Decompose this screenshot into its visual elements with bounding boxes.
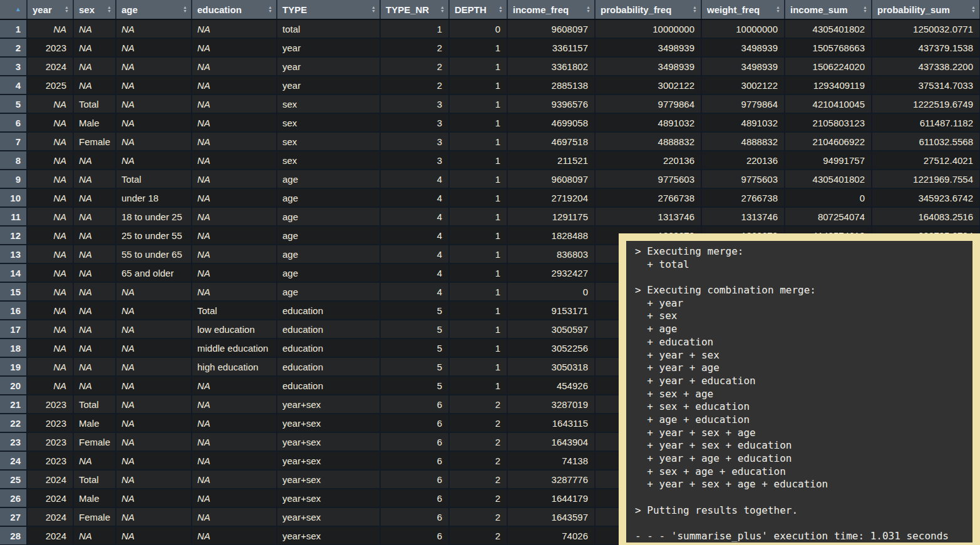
cell-age: NA xyxy=(116,414,192,432)
cell-year: NA xyxy=(27,245,73,263)
cell-sex: Male xyxy=(73,489,116,507)
cell-age: Total xyxy=(116,170,192,188)
column-header-DEPTH[interactable]: DEPTH▲▼ xyxy=(449,0,507,19)
cell-income_freq: 9608097 xyxy=(507,19,595,38)
cell-TYPE: year xyxy=(277,38,380,57)
cell-education: NA xyxy=(192,57,277,76)
cell-TYPE: year+sex xyxy=(277,526,380,545)
cell-sex: NA xyxy=(73,451,116,470)
cell-TYPE_NR: 5 xyxy=(380,339,449,357)
column-header-income_sum[interactable]: income_sum▲▼ xyxy=(785,0,872,19)
cell-TYPE: year xyxy=(277,76,380,94)
cell-TYPE: education xyxy=(277,339,380,357)
cell-probability_freq: 2766738 xyxy=(595,188,701,207)
cell-sex: NA xyxy=(73,320,116,339)
cell-TYPE_NR: 2 xyxy=(380,57,449,76)
cell-year: NA xyxy=(27,226,73,245)
cell-age: NA xyxy=(116,395,192,414)
column-header-income_freq[interactable]: income_freq▲▼ xyxy=(507,0,595,19)
console-line xyxy=(635,517,972,530)
cell-year: 2024 xyxy=(27,57,73,76)
cell-TYPE_NR: 2 xyxy=(380,76,449,94)
cell-year: NA xyxy=(27,94,73,113)
cell-year: NA xyxy=(27,188,73,207)
sort-down-arrow: ▼ xyxy=(107,9,111,13)
cell-TYPE: age xyxy=(277,188,380,207)
cell-age: NA xyxy=(116,94,192,113)
cell-income_freq: 211521 xyxy=(507,151,595,170)
cell-probability_sum: 164083.2516 xyxy=(872,207,980,226)
cell-sex: NA xyxy=(73,301,116,320)
cell-income_freq: 3361157 xyxy=(507,38,595,57)
row-number: 6 xyxy=(0,113,27,132)
cell-probability_sum: 611487.1182 xyxy=(872,113,980,132)
cell-age: NA xyxy=(116,470,192,489)
column-header-sex[interactable]: sex▲▼ xyxy=(73,0,116,19)
cell-probability_freq: 4888832 xyxy=(595,132,701,151)
console-line: + year xyxy=(635,297,972,310)
cell-TYPE_NR: 4 xyxy=(380,263,449,282)
row-number: 23 xyxy=(0,432,27,451)
cell-year: 2024 xyxy=(27,507,73,526)
column-header-education[interactable]: education▲▼ xyxy=(192,0,277,19)
console-line: + year + education xyxy=(635,375,972,388)
cell-DEPTH: 1 xyxy=(449,320,507,339)
cell-DEPTH: 1 xyxy=(449,76,507,94)
column-header-weight_freq[interactable]: weight_freq▲▼ xyxy=(701,0,785,19)
cell-year: 2023 xyxy=(27,395,73,414)
column-header-age[interactable]: age▲▼ xyxy=(116,0,192,19)
cell-income_freq: 1828488 xyxy=(507,226,595,245)
sort-down-arrow: ▼ xyxy=(776,9,780,13)
cell-income_sum: 4210410045 xyxy=(785,94,872,113)
cell-TYPE_NR: 5 xyxy=(380,320,449,339)
column-header-year[interactable]: year▲▼ xyxy=(27,0,73,19)
cell-TYPE_NR: 4 xyxy=(380,207,449,226)
cell-DEPTH: 1 xyxy=(449,339,507,357)
cell-weight_freq: 10000000 xyxy=(701,19,785,38)
cell-sex: NA xyxy=(73,245,116,263)
cell-TYPE: age xyxy=(277,282,380,301)
cell-sex: Male xyxy=(73,414,116,432)
cell-TYPE: age xyxy=(277,245,380,263)
cell-age: NA xyxy=(116,376,192,395)
row-number-column-header[interactable]: ▲ xyxy=(0,0,27,19)
column-header-TYPE_NR[interactable]: TYPE_NR▲▼ xyxy=(380,0,449,19)
column-header-probability_freq[interactable]: probability_freq▲▼ xyxy=(595,0,701,19)
column-label: probability_sum xyxy=(877,4,950,15)
cell-sex: Total xyxy=(73,395,116,414)
sort-down-arrow: ▼ xyxy=(971,9,976,13)
cell-DEPTH: 1 xyxy=(449,57,507,76)
column-header-TYPE[interactable]: TYPE▲▼ xyxy=(277,0,380,19)
table-row: 42025NANANAyear2128851383002122300212212… xyxy=(0,76,980,94)
sort-down-arrow: ▼ xyxy=(586,9,591,13)
cell-year: 2024 xyxy=(27,489,73,507)
cell-year: NA xyxy=(27,113,73,132)
cell-probability_freq: 3498939 xyxy=(595,38,701,57)
cell-income_freq: 1644179 xyxy=(507,489,595,507)
cell-probability_sum: 345923.6742 xyxy=(872,188,980,207)
cell-income_freq: 74138 xyxy=(507,451,595,470)
row-number: 5 xyxy=(0,94,27,113)
cell-sex: Male xyxy=(73,113,116,132)
cell-weight_freq: 9775603 xyxy=(701,170,785,188)
column-label: TYPE_NR xyxy=(386,4,429,15)
column-header-probability_sum[interactable]: probability_sum▲▼ xyxy=(872,0,980,19)
cell-income_sum: 2104606922 xyxy=(785,132,872,151)
console-line: + age + education xyxy=(635,414,972,427)
cell-probability_freq: 9779864 xyxy=(595,94,701,113)
cell-DEPTH: 2 xyxy=(449,526,507,545)
cell-education: NA xyxy=(192,170,277,188)
row-number: 14 xyxy=(0,263,27,282)
cell-year: 2023 xyxy=(27,432,73,451)
console-line: + year + sex + age xyxy=(635,427,972,440)
cell-education: low education xyxy=(192,320,277,339)
cell-year: NA xyxy=(27,301,73,320)
cell-year: NA xyxy=(27,170,73,188)
cell-income_freq: 1643115 xyxy=(507,414,595,432)
cell-age: NA xyxy=(116,320,192,339)
row-number: 17 xyxy=(0,320,27,339)
cell-income_sum: 4305401802 xyxy=(785,19,872,38)
row-number: 15 xyxy=(0,282,27,301)
cell-income_freq: 3361802 xyxy=(507,57,595,76)
cell-income_freq: 454926 xyxy=(507,376,595,395)
